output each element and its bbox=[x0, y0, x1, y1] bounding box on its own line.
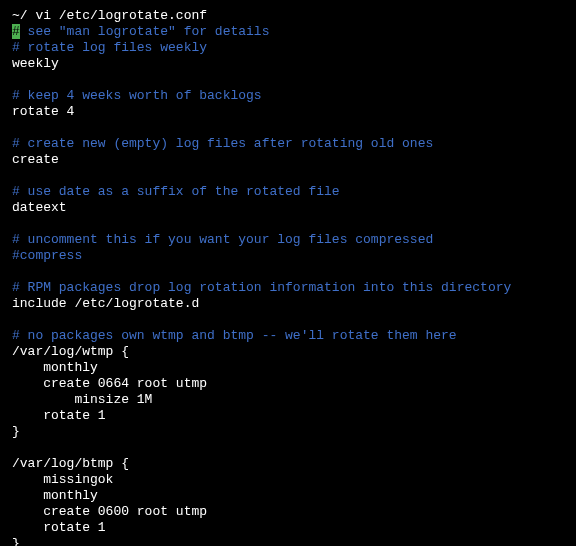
file-line[interactable]: # rotate log files weekly bbox=[12, 40, 564, 56]
file-line[interactable]: create 0600 root utmp bbox=[12, 504, 564, 520]
file-line[interactable]: rotate 1 bbox=[12, 520, 564, 536]
cursor: # bbox=[12, 24, 20, 39]
file-line[interactable]: monthly bbox=[12, 360, 564, 376]
file-line[interactable]: # use date as a suffix of the rotated fi… bbox=[12, 184, 564, 200]
blank-line[interactable] bbox=[12, 168, 564, 184]
blank-line[interactable] bbox=[12, 120, 564, 136]
file-line[interactable]: create bbox=[12, 152, 564, 168]
file-line[interactable]: #compress bbox=[12, 248, 564, 264]
file-line[interactable]: /var/log/btmp { bbox=[12, 456, 564, 472]
file-line[interactable]: # uncomment this if you want your log fi… bbox=[12, 232, 564, 248]
file-line[interactable]: weekly bbox=[12, 56, 564, 72]
file-line[interactable]: dateext bbox=[12, 200, 564, 216]
file-line[interactable]: monthly bbox=[12, 488, 564, 504]
file-line[interactable]: # see "man logrotate" for details bbox=[12, 24, 564, 40]
file-line[interactable]: } bbox=[12, 536, 564, 546]
file-line[interactable]: rotate 1 bbox=[12, 408, 564, 424]
blank-line[interactable] bbox=[12, 312, 564, 328]
file-line[interactable]: include /etc/logrotate.d bbox=[12, 296, 564, 312]
file-line[interactable]: minsize 1M bbox=[12, 392, 564, 408]
blank-line[interactable] bbox=[12, 264, 564, 280]
blank-line[interactable] bbox=[12, 216, 564, 232]
comment-text: see "man logrotate" for details bbox=[20, 24, 270, 39]
file-line[interactable]: # no packages own wtmp and btmp -- we'll… bbox=[12, 328, 564, 344]
file-line[interactable]: create 0664 root utmp bbox=[12, 376, 564, 392]
file-line[interactable]: } bbox=[12, 424, 564, 440]
file-line[interactable]: # RPM packages drop log rotation informa… bbox=[12, 280, 564, 296]
file-line[interactable]: # create new (empty) log files after rot… bbox=[12, 136, 564, 152]
file-line[interactable]: /var/log/wtmp { bbox=[12, 344, 564, 360]
shell-prompt: ~/ vi /etc/logrotate.conf bbox=[12, 8, 564, 24]
file-line[interactable]: missingok bbox=[12, 472, 564, 488]
blank-line[interactable] bbox=[12, 72, 564, 88]
blank-line[interactable] bbox=[12, 440, 564, 456]
file-line[interactable]: rotate 4 bbox=[12, 104, 564, 120]
file-line[interactable]: # keep 4 weeks worth of backlogs bbox=[12, 88, 564, 104]
